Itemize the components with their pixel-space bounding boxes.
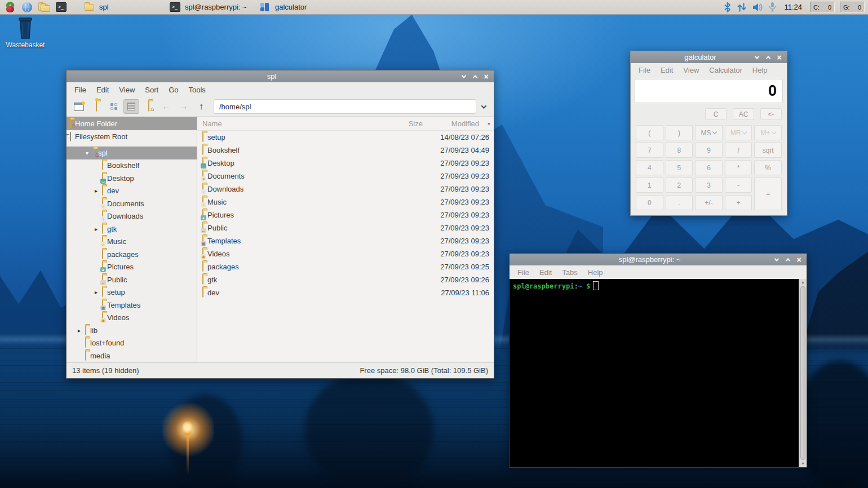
- terminal-titlebar[interactable]: spl@raspberrypi: ~ ×: [510, 254, 807, 265]
- bluetooth-icon[interactable]: [723, 2, 732, 12]
- scroll-down-icon[interactable]: ▾: [801, 460, 804, 467]
- calculator-key[interactable]: +: [725, 195, 752, 210]
- gtk[interactable]: gtk 27/09/23 09:26: [197, 273, 494, 286]
- tree-row[interactable]: lib: [67, 324, 197, 337]
- menu-item[interactable]: Calculator: [704, 66, 747, 74]
- shade-button[interactable]: [753, 54, 760, 61]
- calculator-key[interactable]: ): [666, 125, 693, 140]
- menu-item[interactable]: File: [512, 268, 534, 277]
- Documents[interactable]: Documents 27/09/23 09:23: [197, 170, 494, 183]
- volume-icon[interactable]: [752, 2, 764, 12]
- calculator-key[interactable]: AC: [733, 108, 754, 120]
- up-button[interactable]: ↑: [193, 99, 209, 114]
- calculator-key[interactable]: sqrt: [754, 143, 782, 158]
- column-modified[interactable]: Modified: [423, 119, 480, 128]
- tree-expander[interactable]: [83, 150, 91, 156]
- tree-row[interactable]: Videos: [67, 312, 197, 325]
- menu-item[interactable]: Edit: [534, 268, 557, 277]
- menu-item[interactable]: Help: [583, 268, 608, 277]
- calculator-key[interactable]: M+: [754, 125, 782, 140]
- tree-expander[interactable]: [92, 188, 100, 194]
- menu-item[interactable]: File: [69, 86, 91, 94]
- Templates[interactable]: Templates 27/09/23 09:23: [197, 234, 494, 247]
- menu-item[interactable]: Help: [747, 66, 773, 74]
- menu-raspberry-button[interactable]: [2, 1, 19, 14]
- calculator-key[interactable]: +/-: [695, 195, 723, 210]
- column-name[interactable]: Name: [202, 119, 390, 128]
- new-tab-button[interactable]: [71, 99, 87, 114]
- Videos[interactable]: Videos 27/09/23 09:23: [197, 247, 494, 260]
- tree-row[interactable]: Desktop: [67, 172, 197, 185]
- tree-row[interactable]: gtk: [67, 223, 197, 236]
- tree-row[interactable]: Public: [67, 273, 197, 286]
- tree-row[interactable]: dev: [67, 185, 197, 198]
- tree-row[interactable]: packages: [67, 248, 197, 261]
- tree-row[interactable]: Music: [67, 236, 197, 249]
- menu-item[interactable]: View: [678, 66, 704, 74]
- menu-item[interactable]: Go: [163, 86, 183, 94]
- tree-row[interactable]: lost+found: [67, 337, 197, 350]
- scrollbar-thumb[interactable]: [800, 286, 805, 460]
- menu-item[interactable]: Edit: [656, 66, 678, 74]
- maximize-button[interactable]: [471, 73, 479, 80]
- shade-button[interactable]: [460, 73, 467, 80]
- setup[interactable]: setup 14/08/23 07:26: [197, 131, 494, 144]
- tree-row[interactable]: Downloads: [67, 210, 197, 223]
- wastebasket-desktop-icon[interactable]: Wastebasket: [5, 17, 46, 49]
- menu-item[interactable]: Tabs: [557, 268, 582, 277]
- shade-button[interactable]: [773, 256, 780, 263]
- Public[interactable]: Public 27/09/23 09:23: [197, 221, 494, 234]
- Downloads[interactable]: Downloads 27/09/23 09:23: [197, 183, 494, 196]
- calculator-key[interactable]: (: [636, 125, 663, 140]
- packages[interactable]: packages 27/09/23 09:25: [197, 260, 494, 273]
- microphone-icon[interactable]: [769, 2, 776, 12]
- place-row[interactable]: Filesystem Root: [67, 130, 197, 143]
- maximize-button[interactable]: [784, 256, 791, 263]
- path-bar[interactable]: /home/spl: [214, 99, 476, 114]
- file-manager-titlebar[interactable]: spl ×: [67, 70, 494, 82]
- tree-row[interactable]: Pictures: [67, 261, 197, 274]
- file-manager-launcher[interactable]: [36, 1, 52, 14]
- column-size[interactable]: Size: [390, 119, 423, 128]
- tree-row[interactable]: Bookshelf: [67, 159, 197, 172]
- menu-item[interactable]: Sort: [140, 86, 163, 94]
- tree-row[interactable]: spl: [67, 147, 197, 159]
- place-row[interactable]: Home Folder: [67, 117, 197, 130]
- calculator-key[interactable]: 5: [666, 160, 693, 175]
- terminal-launcher[interactable]: [52, 1, 69, 14]
- calculator-key[interactable]: =: [754, 178, 782, 210]
- calculator-key[interactable]: -: [725, 178, 752, 193]
- calculator-key[interactable]: 4: [636, 160, 663, 175]
- icon-view-button[interactable]: [106, 99, 122, 114]
- dev[interactable]: dev 27/09/23 11:06: [197, 286, 494, 299]
- tree-row[interactable]: Templates: [67, 299, 197, 312]
- calculator-key[interactable]: 9: [695, 143, 723, 158]
- tree-row[interactable]: Documents: [67, 197, 197, 210]
- calculator-key[interactable]: %: [754, 160, 782, 175]
- back-button[interactable]: ←: [158, 99, 174, 114]
- close-button[interactable]: ×: [776, 54, 783, 61]
- forward-button[interactable]: →: [176, 99, 192, 114]
- tree-expander[interactable]: [92, 226, 100, 232]
- menu-item[interactable]: Tools: [184, 86, 211, 94]
- web-browser-launcher[interactable]: [19, 1, 36, 14]
- terminal-screen[interactable]: spl@raspberrypi:~ $ ▴ ▾: [510, 279, 807, 467]
- menu-item[interactable]: File: [634, 66, 656, 74]
- calculator-key[interactable]: 7: [636, 143, 663, 158]
- Music[interactable]: Music 27/09/23 09:23: [197, 196, 494, 208]
- Desktop[interactable]: Desktop 27/09/23 09:23: [197, 157, 494, 170]
- calculator-key[interactable]: MR: [725, 125, 752, 140]
- taskbar-window-button[interactable]: spl: [81, 1, 166, 14]
- menu-item[interactable]: Edit: [91, 86, 114, 94]
- maximize-button[interactable]: [764, 54, 772, 61]
- network-updown-icon[interactable]: [737, 2, 747, 12]
- new-folder-button[interactable]: [88, 99, 104, 114]
- menu-item[interactable]: View: [114, 86, 140, 94]
- calculator-titlebar[interactable]: galculator ×: [631, 51, 787, 63]
- calculator-key[interactable]: /: [725, 143, 752, 158]
- close-button[interactable]: ×: [795, 256, 803, 263]
- path-dropdown-button[interactable]: [478, 105, 489, 109]
- tree-expander[interactable]: [92, 289, 100, 295]
- list-view-button[interactable]: [123, 99, 139, 114]
- calculator-key[interactable]: 2: [666, 178, 693, 193]
